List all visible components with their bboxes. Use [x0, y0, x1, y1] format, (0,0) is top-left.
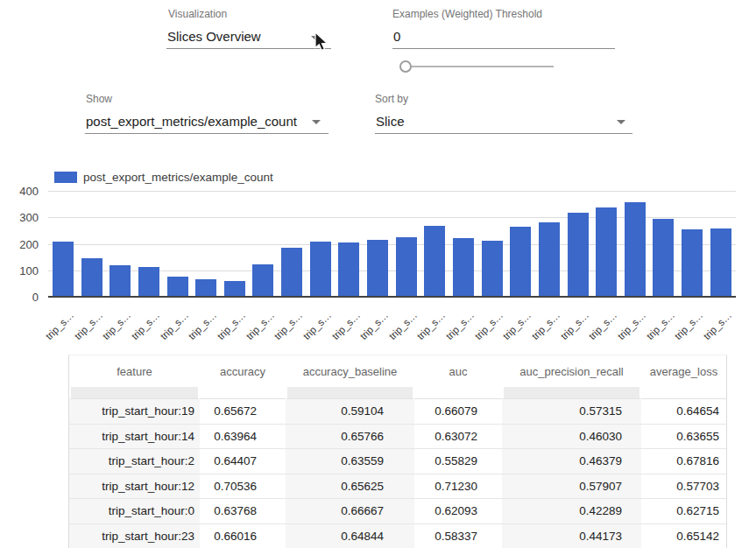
- bar[interactable]: [167, 277, 188, 296]
- table-header-row: featureaccuracyaccuracy_baselineaucauc_p…: [69, 355, 726, 387]
- bar[interactable]: [625, 202, 646, 296]
- visualization-label: Visualization: [168, 8, 227, 20]
- x-tick-label: trip_s…: [558, 310, 590, 342]
- bar[interactable]: [539, 222, 560, 296]
- bar[interactable]: [424, 226, 445, 296]
- x-tick-label: trip_s…: [101, 310, 133, 342]
- bar[interactable]: [682, 229, 703, 296]
- table-row[interactable]: trip_start_hour:230.660160.648440.583370…: [69, 524, 726, 548]
- bar[interactable]: [482, 241, 503, 296]
- metric-cell: 0.70536: [200, 474, 286, 500]
- metric-cell: 0.57703: [641, 474, 726, 500]
- metric-cell: 0.63655: [641, 425, 726, 450]
- x-tick-label: trip_s…: [387, 310, 420, 342]
- filter-cell: [414, 387, 502, 399]
- metric-cell: 0.66079: [414, 399, 502, 425]
- table-row[interactable]: trip_start_hour:00.637680.666670.620930.…: [69, 499, 726, 524]
- sort-by-dropdown[interactable]: Slice: [376, 114, 405, 129]
- x-tick-label: trip_s…: [473, 310, 505, 342]
- column-header-feature[interactable]: feature: [69, 355, 200, 387]
- threshold-slider-thumb[interactable]: [399, 60, 412, 73]
- bar[interactable]: [568, 213, 589, 296]
- bar[interactable]: [653, 219, 674, 296]
- metric-cell: 0.57315: [502, 399, 641, 425]
- metric-cell: 0.63559: [286, 449, 414, 474]
- sort-by-label: Sort by: [375, 93, 408, 105]
- column-header-accuracy_baseline[interactable]: accuracy_baseline: [286, 355, 414, 387]
- show-dropdown[interactable]: post_export_metrics/example_count: [86, 114, 297, 129]
- show-label: Show: [86, 93, 112, 105]
- feature-cell: trip_start_hour:2: [69, 449, 200, 474]
- bar[interactable]: [81, 258, 102, 296]
- show-underline: [85, 133, 329, 134]
- column-header-average_loss[interactable]: average_loss: [641, 355, 726, 387]
- x-tick-label: trip_s…: [272, 310, 305, 342]
- bar[interactable]: [252, 264, 273, 296]
- column-header-accuracy[interactable]: accuracy: [200, 355, 286, 387]
- column-header-auc[interactable]: auc: [414, 355, 502, 387]
- feature-cell: trip_start_hour:14: [69, 425, 200, 450]
- feature-cell: trip_start_hour:12: [69, 474, 200, 500]
- metric-cell: 0.46030: [502, 425, 641, 450]
- x-tick-label: trip_s…: [301, 310, 334, 342]
- chevron-down-icon[interactable]: [312, 120, 321, 124]
- x-axis-line: [48, 296, 736, 298]
- chevron-down-icon[interactable]: [617, 120, 625, 124]
- table-filter-row: [69, 387, 726, 399]
- filter-cell: [502, 387, 641, 399]
- table-row[interactable]: trip_start_hour:140.639640.657660.630720…: [69, 425, 726, 450]
- metric-cell: 0.65142: [641, 524, 726, 548]
- metrics-table: featureaccuracyaccuracy_baselineaucauc_p…: [68, 355, 727, 548]
- table-row[interactable]: trip_start_hour:20.644070.635590.558290.…: [69, 449, 726, 474]
- metric-cell: 0.63768: [200, 499, 286, 524]
- bar[interactable]: [453, 238, 474, 296]
- metric-cell: 0.64654: [641, 399, 726, 425]
- filter-cell: [641, 387, 726, 399]
- filter-cell: [200, 387, 286, 399]
- metric-cell: 0.65766: [286, 425, 414, 450]
- table-row[interactable]: trip_start_hour:190.656720.591040.660790…: [69, 399, 726, 425]
- metric-cell: 0.63072: [414, 425, 502, 450]
- bar[interactable]: [367, 240, 388, 296]
- metric-cell: 0.62715: [641, 499, 726, 524]
- bar[interactable]: [224, 281, 245, 296]
- metric-cell: 0.64407: [200, 449, 286, 474]
- x-tick-label: trip_s…: [530, 310, 562, 342]
- bar[interactable]: [138, 267, 159, 296]
- bar[interactable]: [596, 207, 617, 296]
- metric-cell: 0.65672: [200, 399, 286, 425]
- table-row[interactable]: trip_start_hour:120.705360.656250.712300…: [69, 474, 726, 500]
- metric-cell: 0.58337: [414, 524, 502, 548]
- y-tick-label: 0: [9, 290, 39, 306]
- bar[interactable]: [281, 248, 302, 296]
- x-tick-label: trip_s…: [44, 310, 76, 342]
- bar[interactable]: [195, 279, 216, 296]
- threshold-label: Examples (Weighted) Threshold: [392, 8, 542, 20]
- bar[interactable]: [53, 242, 74, 296]
- metric-cell: 0.55829: [414, 449, 502, 474]
- threshold-slider-track[interactable]: [406, 66, 554, 67]
- x-tick-label: trip_s…: [415, 310, 448, 342]
- bar[interactable]: [710, 228, 731, 296]
- x-tick-label: trip_s…: [72, 310, 104, 342]
- y-tick-label: 200: [9, 237, 39, 253]
- bar[interactable]: [110, 265, 131, 296]
- x-tick-label: trip_s…: [501, 310, 533, 342]
- metric-cell: 0.44173: [502, 524, 641, 548]
- visualization-dropdown[interactable]: Slices Overview: [167, 29, 261, 44]
- bar[interactable]: [310, 242, 331, 296]
- threshold-input[interactable]: 0: [393, 29, 400, 44]
- x-tick-label: trip_s…: [215, 310, 248, 342]
- x-tick-label: trip_s…: [130, 310, 162, 342]
- metric-cell: 0.64844: [286, 524, 414, 548]
- bar[interactable]: [338, 242, 359, 296]
- x-tick-label: trip_s…: [444, 310, 477, 342]
- x-tick-label: trip_s…: [358, 310, 391, 342]
- bar[interactable]: [510, 227, 531, 296]
- metric-cell: 0.59104: [286, 399, 414, 425]
- metric-cell: 0.66016: [200, 524, 286, 548]
- column-header-auc_precision_recall[interactable]: auc_precision_recall: [502, 355, 641, 387]
- metric-cell: 0.62093: [414, 499, 502, 524]
- bar[interactable]: [396, 237, 417, 296]
- x-tick-label: trip_s…: [587, 310, 619, 342]
